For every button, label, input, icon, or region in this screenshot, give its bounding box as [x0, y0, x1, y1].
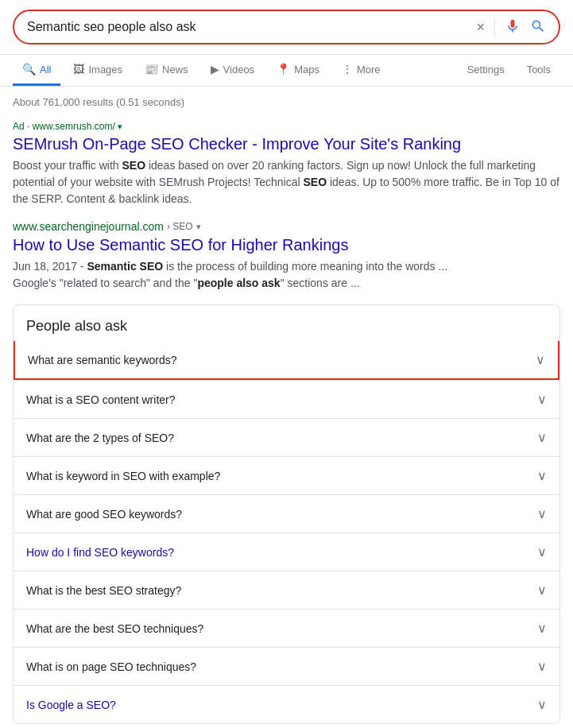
search-button-icon[interactable] [530, 18, 546, 37]
ad-text: Ad [13, 121, 25, 132]
paa-item-7[interactable]: What are the best SEO techniques? ∨ [14, 609, 559, 647]
tab-maps-label: Maps [294, 64, 319, 76]
paa-question-5: How do I find SEO keywords? [26, 546, 174, 559]
paa-chevron-5: ∨ [537, 544, 547, 560]
tab-more-label: More [357, 64, 381, 76]
organic-snippet: Jun 18, 2017 - Semantic SEO is the proce… [13, 258, 560, 292]
all-icon: 🔍 [22, 63, 36, 76]
search-bar: Semantic seo people also ask × [13, 10, 560, 45]
organic-url-row: www.searchenginejournal.com › SEO ▾ [13, 220, 560, 233]
results-count: About 761,000 results (0.51 seconds) [13, 96, 560, 108]
organic-dropdown-icon[interactable]: ▾ [196, 222, 201, 232]
tab-all-label: All [40, 64, 51, 76]
paa-title: People also ask [14, 305, 559, 341]
paa-chevron-3: ∨ [537, 468, 547, 483]
tab-more[interactable]: ⋮ More [332, 55, 390, 86]
paa-question-1: What is a SEO content writer? [26, 393, 176, 406]
nav-right: Settings Tools [458, 56, 560, 86]
paa-chevron-4: ∨ [537, 506, 547, 521]
paa-item-0[interactable]: What are semantic keywords? ∨ [14, 341, 559, 380]
tab-maps[interactable]: 📍 Maps [267, 55, 329, 86]
paa-item-3[interactable]: What is keyword in SEO with example? ∨ [14, 456, 559, 494]
organic-url: www.searchenginejournal.com [13, 220, 164, 233]
videos-icon: ▶ [211, 63, 219, 76]
paa-question-7: What are the best SEO techniques? [26, 622, 203, 635]
ad-label: Ad · www.semrush.com/ ▾ [13, 121, 560, 132]
images-icon: 🖼 [73, 63, 84, 76]
paa-chevron-7: ∨ [537, 621, 547, 636]
organic-date: Jun 18, 2017 [13, 260, 77, 273]
results-area: About 761,000 results (0.51 seconds) Ad … [0, 87, 573, 728]
search-bar-container: Semantic seo people also ask × [0, 0, 573, 55]
divider [494, 17, 495, 37]
search-input[interactable]: Semantic seo people also ask [27, 20, 476, 34]
ad-url: www.semrush.com/ [33, 121, 115, 132]
tab-news-label: News [162, 64, 188, 76]
more-icon: ⋮ [342, 63, 353, 76]
tab-tools[interactable]: Tools [517, 56, 560, 86]
tab-images-label: Images [88, 64, 122, 76]
organic-result: www.searchenginejournal.com › SEO ▾ How … [13, 220, 560, 292]
search-icons: × [476, 17, 546, 37]
ad-result: Ad · www.semrush.com/ ▾ SEMrush On-Page … [13, 121, 560, 207]
paa-question-4: What are good SEO keywords? [26, 508, 182, 521]
paa-item-4[interactable]: What are good SEO keywords? ∨ [14, 494, 559, 532]
organic-title[interactable]: How to Use Semantic SEO for Higher Ranki… [13, 234, 560, 255]
ad-snippet: Boost your traffic with SEO ideas based … [13, 157, 560, 207]
paa-item-9[interactable]: Is Google a SEO? ∨ [14, 685, 559, 723]
paa-item-8[interactable]: What is on page SEO techniques? ∨ [14, 647, 559, 685]
people-also-ask-box: People also ask What are semantic keywor… [13, 304, 560, 724]
tab-all[interactable]: 🔍 All [13, 55, 60, 86]
clear-icon[interactable]: × [476, 19, 485, 36]
organic-crumb: › SEO [167, 221, 193, 232]
news-icon: 📰 [145, 63, 158, 76]
paa-question-6: What is the best SEO strategy? [26, 584, 181, 597]
tab-videos-label: Videos [223, 64, 255, 76]
paa-question-9: Is Google a SEO? [26, 699, 116, 711]
paa-item-6[interactable]: What is the best SEO strategy? ∨ [14, 571, 559, 609]
tab-settings[interactable]: Settings [458, 56, 514, 86]
ad-title[interactable]: SEMrush On-Page SEO Checker - Improve Yo… [13, 134, 560, 154]
paa-item-1[interactable]: What is a SEO content writer? ∨ [14, 380, 559, 418]
paa-chevron-6: ∨ [537, 583, 547, 598]
ad-dropdown-icon[interactable]: ▾ [118, 122, 122, 131]
paa-chevron-0: ∨ [536, 352, 545, 367]
tab-news[interactable]: 📰 News [135, 55, 198, 86]
maps-icon: 📍 [277, 63, 290, 76]
paa-chevron-2: ∨ [537, 430, 547, 445]
paa-question-3: What is keyword in SEO with example? [26, 470, 220, 482]
paa-question-8: What is on page SEO techniques? [26, 660, 196, 673]
paa-item-2[interactable]: What are the 2 types of SEO? ∨ [14, 418, 559, 456]
settings-label: Settings [467, 64, 505, 76]
mic-icon[interactable] [505, 18, 521, 37]
paa-chevron-9: ∨ [537, 697, 547, 712]
paa-question-2: What are the 2 types of SEO? [26, 432, 174, 444]
nav-tabs: 🔍 All 🖼 Images 📰 News ▶ Videos 📍 Maps ⋮ … [0, 55, 573, 87]
paa-question-0: What are semantic keywords? [28, 354, 177, 366]
paa-chevron-8: ∨ [537, 659, 547, 674]
tab-videos[interactable]: ▶ Videos [201, 55, 265, 86]
tools-label: Tools [527, 64, 551, 76]
tab-images[interactable]: 🖼 Images [64, 55, 132, 86]
paa-chevron-1: ∨ [537, 392, 547, 407]
paa-item-5[interactable]: How do I find SEO keywords? ∨ [14, 532, 559, 571]
